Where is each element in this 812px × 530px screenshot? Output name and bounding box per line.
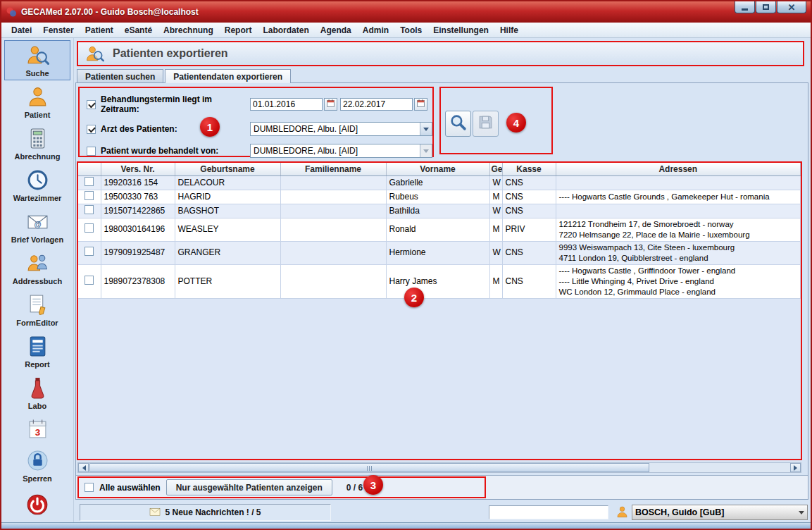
calendar-from-button[interactable] <box>324 98 337 111</box>
date-to-input[interactable] <box>340 98 413 111</box>
cell-geburtsname[interactable]: GRANGER <box>175 241 280 264</box>
sidebar-item-report[interactable]: Report <box>4 331 70 371</box>
table-row[interactable]: 1989072378308POTTERHarry JamesMCNS---- H… <box>78 264 801 298</box>
cell-familienname[interactable] <box>280 190 386 204</box>
cell-vorname[interactable]: Rubeus <box>386 190 489 204</box>
select-all-checkbox[interactable] <box>85 483 94 492</box>
scrollbar-thumb[interactable] <box>89 463 649 472</box>
column-header-geburtsname[interactable]: Geburtsname <box>175 163 280 175</box>
column-header-vers-nr-[interactable]: Vers. Nr. <box>101 163 175 175</box>
cell-vorname[interactable]: Hermione <box>386 241 489 264</box>
cell-familienname[interactable] <box>280 175 386 190</box>
menu-item-admin[interactable]: Admin <box>357 24 394 37</box>
table-row[interactable]: 1915071422865BAGSHOTBathildaWCNS <box>78 204 801 218</box>
table-row[interactable]: 1979091925487GRANGERHermioneWCNS9993 Wei… <box>78 241 801 264</box>
cell-kasse[interactable]: CNS <box>502 175 556 190</box>
cell-vorname[interactable]: Harry James <box>386 264 489 298</box>
cell-familienname[interactable] <box>280 241 386 264</box>
tab-patienten-suchen[interactable]: Patienten suchen <box>77 69 163 83</box>
maximize-button[interactable] <box>756 1 776 13</box>
column-header-kasse[interactable]: Kasse <box>502 163 556 175</box>
cell-vers-nr[interactable]: 1915071422865 <box>101 204 175 218</box>
cell-kasse[interactable]: CNS <box>502 264 556 298</box>
export-save-button[interactable] <box>473 111 499 137</box>
table-row[interactable]: 1980030164196WEASLEYRonaldMPRIV121212 Tr… <box>78 218 801 241</box>
menu-item-report[interactable]: Report <box>219 24 258 37</box>
cell-vers-nr[interactable]: 19500330 763 <box>101 190 175 204</box>
cell-geburtsname[interactable]: POTTER <box>175 264 280 298</box>
menu-item-fenster[interactable]: Fenster <box>37 24 79 37</box>
row-checkbox[interactable] <box>85 191 94 200</box>
sidebar-item-formeditor[interactable]: FormEditor <box>4 290 70 330</box>
status-input[interactable] <box>489 505 608 519</box>
cell-adressen[interactable]: 121212 Trondheim 17, de Smorebroedt - no… <box>556 218 801 241</box>
menu-item-labordaten[interactable]: Labordaten <box>257 24 314 37</box>
row-checkbox[interactable] <box>85 276 94 285</box>
sidebar-item-suche[interactable]: Suche <box>4 40 70 80</box>
date-from-input[interactable] <box>250 98 323 111</box>
cell-familienname[interactable] <box>280 264 386 298</box>
sidebar-item-addressbuch[interactable]: Addressbuch <box>4 248 70 288</box>
cell-adressen[interactable]: 9993 Weiswampach 13, Cite Steen - luxemb… <box>556 241 801 264</box>
sidebar-item-patient[interactable]: Patient <box>4 82 70 122</box>
column-header-familienname[interactable]: Familienname <box>280 163 386 175</box>
cell-vers-nr[interactable]: 1980030164196 <box>101 218 175 241</box>
scroll-right-button[interactable] <box>790 463 801 472</box>
sidebar-item-labo[interactable]: Labo <box>4 373 70 413</box>
tab-patientendaten-exportieren[interactable]: Patientendaten exportieren <box>165 69 291 83</box>
cell-geburtsname[interactable]: DELACOUR <box>175 175 280 190</box>
horizontal-scrollbar[interactable] <box>77 462 801 473</box>
calendar-to-button[interactable] <box>414 98 427 111</box>
cell-adressen[interactable]: ---- Hogwarts Castle Grounds , Gamekeepe… <box>556 190 801 204</box>
doctor-checkbox[interactable] <box>87 125 96 134</box>
scroll-left-button[interactable] <box>78 463 89 472</box>
column-header-ges[interactable]: Ges <box>489 163 502 175</box>
menu-item-agenda[interactable]: Agenda <box>315 24 357 37</box>
menu-item-abrechnung[interactable]: Abrechnung <box>158 24 219 37</box>
cell-kasse[interactable]: CNS <box>502 241 556 264</box>
minimize-button[interactable] <box>735 1 755 13</box>
cell-geschlecht[interactable]: W <box>489 241 502 264</box>
cell-vorname[interactable]: Bathilda <box>386 204 489 218</box>
cell-geburtsname[interactable]: WEASLEY <box>175 218 280 241</box>
show-selected-button[interactable]: Nur ausgewählte Patienten anzeigen <box>166 479 332 495</box>
sidebar-item-wartezimmer[interactable]: Wartezimmer <box>4 165 70 205</box>
row-checkbox[interactable] <box>85 247 94 256</box>
column-header-adressen[interactable]: Adressen <box>556 163 801 175</box>
menu-item-einstellungen[interactable]: Einstellungen <box>427 24 494 37</box>
cell-familienname[interactable] <box>280 218 386 241</box>
cell-vorname[interactable]: Gabrielle <box>386 175 489 190</box>
cell-vers-nr[interactable]: 1979091925487 <box>101 241 175 264</box>
cell-vorname[interactable]: Ronald <box>386 218 489 241</box>
cell-geschlecht[interactable]: M <box>489 190 502 204</box>
sidebar-item-brief-vorlagen[interactable]: @Brief Vorlagen <box>4 207 70 247</box>
cell-adressen[interactable]: ---- Hogwarts Castle , Griffindoor Tower… <box>556 264 801 298</box>
menu-item-datei[interactable]: Datei <box>6 24 37 37</box>
cell-geschlecht[interactable]: M <box>489 218 502 241</box>
row-checkbox[interactable] <box>85 177 94 186</box>
cell-kasse[interactable]: PRIV <box>502 218 556 241</box>
scrollbar-track[interactable] <box>649 463 790 472</box>
close-button[interactable]: ✕ <box>777 1 806 13</box>
cell-kasse[interactable]: CNS <box>502 190 556 204</box>
menu-item-tools[interactable]: Tools <box>394 24 427 37</box>
user-combobox[interactable]: BOSCH, Guido [GuB] <box>632 505 808 520</box>
cell-familienname[interactable] <box>280 204 386 218</box>
cell-geburtsname[interactable]: HAGRID <box>175 190 280 204</box>
sidebar-item-calendar-page[interactable]: 3 <box>4 414 70 444</box>
sidebar-item-sperren[interactable]: Sperren <box>4 445 70 486</box>
table-row[interactable]: 19500330 763HAGRIDRubeusMCNS---- Hogwart… <box>78 190 801 204</box>
cell-geburtsname[interactable]: BAGSHOT <box>175 204 280 218</box>
cell-vers-nr[interactable]: 19920316 154 <box>101 175 175 190</box>
logout-button[interactable] <box>25 493 49 517</box>
menu-item-hilfe[interactable]: Hilfe <box>494 24 524 37</box>
column-header-checkbox[interactable] <box>78 163 101 175</box>
cell-adressen[interactable] <box>556 204 801 218</box>
menu-item-esant[interactable]: eSanté <box>119 24 158 37</box>
column-header-vorname[interactable]: Vorname <box>386 163 489 175</box>
row-checkbox[interactable] <box>85 205 94 214</box>
cell-geschlecht[interactable]: W <box>489 204 502 218</box>
doctor-combobox[interactable]: DUMBLEDORE, Albu. [AID] <box>250 122 432 136</box>
cell-geschlecht[interactable]: M <box>489 264 502 298</box>
cell-geschlecht[interactable]: W <box>489 175 502 190</box>
